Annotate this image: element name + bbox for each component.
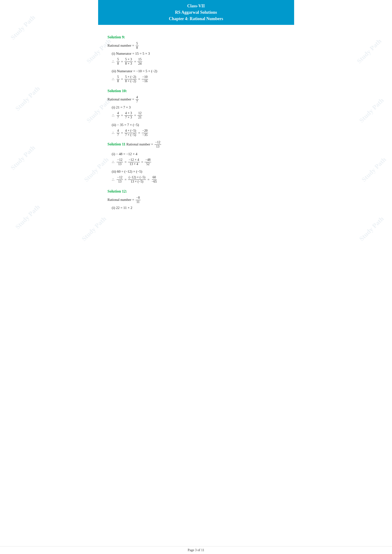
solution-9-part-ii-eq: ∴ 5 8 = 5 × (−2) 8 × (−2) = −10 −16 (112, 75, 285, 83)
solution-11-fraction: −12 13 (154, 140, 161, 149)
solution-9-part-ii-label: (ii) Numerator = −10 = 5 × (−2) (112, 68, 285, 74)
solution-10-part-ii-label: (ii) − 35 = 7 × (−5) (112, 122, 285, 128)
solution-9-block: Solution 9: Rational number = 5 8 (i) Nu… (108, 34, 285, 83)
header-line2: RS Aggarwal Solutions (100, 9, 292, 16)
solution-10-part-i-eq: ∴ 4 7 = 4 × 3 7 × 3 = 12 21 (112, 111, 285, 120)
solution-12-rational: Rational number = −8 11 (108, 196, 285, 204)
solution-10-heading: Solution 10: (108, 88, 285, 94)
solution-9-rational: Rational number = 5 8 (108, 42, 285, 50)
solution-10-block: Solution 10: Rational number = 4 7 (i) 2… (108, 88, 285, 137)
solution-12-part-i-label: (i) 22 = 11 × 2 (112, 205, 285, 211)
header-line1: Class-VII (100, 3, 292, 9)
solution-10-fraction: 4 7 (136, 96, 139, 104)
solution-11-part-ii-label: (ii) 60 = (−12) × (−5) (112, 169, 285, 175)
solution-11-block: Solution 11 Rational number = −12 13 (i)… (108, 140, 285, 184)
solution-11-part-i-label: (i) − 48 = −12 × 4 (112, 151, 285, 157)
solution-11-part-ii-eq: ∴ −12 13 = (−12) × (−5) 13 × (−5) = 60 −… (112, 175, 285, 184)
solution-9-fraction: 5 8 (136, 42, 139, 50)
page-header: Class-VII RS Aggarwal Solutions Chapter … (98, 0, 294, 25)
header-line3: Chapter 4: Rational Numbers (100, 16, 292, 22)
solution-12-fraction: −8 11 (136, 196, 140, 204)
solution-11-title-line: Solution 11 Rational number = −12 13 (108, 140, 285, 149)
solution-11-part-i-eq: ∴ −12 13 = −12 × 4 13 × 4 = −48 52 (112, 158, 285, 166)
solution-11-heading: Solution 11 (108, 142, 126, 146)
page-content: Solution 9: Rational number = 5 8 (i) Nu… (98, 25, 294, 228)
solution-9-part-i-label: (i) Numerator = 15 = 5 × 3 (112, 51, 285, 57)
solution-10-part-ii-eq: ∴ 4 7 = 4 × (−5) 7 × (−5) = −20 −35 (112, 129, 285, 137)
solution-10-rational: Rational number = 4 7 (108, 96, 285, 104)
solution-10-part-i-label: (i) 21 = 7 × 3 (112, 104, 285, 111)
solution-12-heading: Solution 12: (108, 188, 285, 194)
solution-9-heading: Solution 9: (108, 34, 285, 40)
solution-12-block: Solution 12: Rational number = −8 11 (i)… (108, 188, 285, 211)
solution-9-part-i-eq: ∴ 5 8 = 5 × 3 8 × 3 = 15 24 (112, 58, 285, 66)
